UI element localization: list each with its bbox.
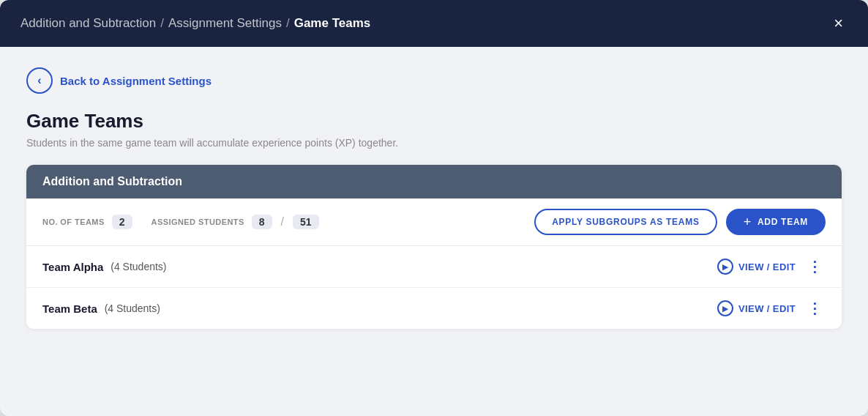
add-team-label: ADD TEAM [757, 217, 808, 227]
back-link[interactable]: ‹ Back to Assignment Settings [26, 67, 842, 94]
no-of-teams-value: 2 [112, 215, 132, 229]
assignment-card-header: Addition and Subtraction [26, 165, 842, 198]
team-actions-0: ▶ VIEW / EDIT ⋮ [717, 258, 826, 275]
close-button[interactable]: × [829, 14, 848, 33]
teams-list: Team Alpha (4 Students) ▶ VIEW / EDIT ⋮ … [26, 246, 842, 329]
teams-controls: NO. OF TEAMS 2 ASSIGNED STUDENTS 8 / 51 … [26, 198, 842, 246]
page-description: Students in the same game team will accu… [26, 137, 842, 149]
breadcrumb: Addition and Subtraction / Assignment Se… [20, 16, 370, 31]
back-label: Back to Assignment Settings [60, 75, 212, 87]
page-title: Game Teams [26, 110, 842, 133]
more-menu-button-0[interactable]: ⋮ [804, 258, 826, 275]
breadcrumb-sep1: / [160, 16, 164, 31]
view-edit-label-1: VIEW / EDIT [738, 303, 796, 314]
breadcrumb-sep2: / [286, 16, 290, 31]
assigned-students-value: 8 [252, 215, 272, 229]
breadcrumb-part3: Game Teams [294, 16, 371, 31]
teams-meta: NO. OF TEAMS 2 ASSIGNED STUDENTS 8 / 51 [42, 215, 521, 229]
view-edit-label-0: VIEW / EDIT [738, 261, 796, 272]
team-name-1: Team Beta [42, 302, 97, 315]
students-divider: / [281, 215, 284, 229]
team-count-0: (4 Students) [108, 261, 166, 272]
controls-right: APPLY SUBGROUPS AS TEAMS + ADD TEAM [534, 209, 826, 235]
view-edit-button-0[interactable]: ▶ VIEW / EDIT [717, 259, 796, 275]
team-actions-1: ▶ VIEW / EDIT ⋮ [717, 300, 826, 317]
play-icon-1: ▶ [717, 300, 733, 316]
modal-header: Addition and Subtraction / Assignment Se… [0, 0, 868, 47]
breadcrumb-part2: Assignment Settings [168, 16, 282, 31]
team-name-0: Team Alpha [42, 261, 103, 273]
assignment-card: Addition and Subtraction NO. OF TEAMS 2 … [26, 165, 842, 329]
back-icon: ‹ [26, 67, 53, 94]
modal-container: Addition and Subtraction / Assignment Se… [0, 0, 868, 416]
team-count-1: (4 Students) [102, 302, 160, 314]
more-menu-button-1[interactable]: ⋮ [804, 300, 826, 317]
modal-body: ‹ Back to Assignment Settings Game Teams… [0, 47, 868, 416]
add-team-button[interactable]: + ADD TEAM [726, 209, 826, 235]
breadcrumb-part1: Addition and Subtraction [20, 16, 156, 31]
assignment-name: Addition and Subtraction [42, 175, 182, 187]
table-row: Team Beta (4 Students) ▶ VIEW / EDIT ⋮ [26, 288, 842, 329]
assigned-students-label: ASSIGNED STUDENTS [151, 218, 244, 226]
plus-icon: + [744, 215, 752, 229]
play-icon-0: ▶ [717, 259, 733, 275]
table-row: Team Alpha (4 Students) ▶ VIEW / EDIT ⋮ [26, 246, 842, 288]
no-of-teams-label: NO. OF TEAMS [42, 218, 105, 226]
view-edit-button-1[interactable]: ▶ VIEW / EDIT [717, 300, 796, 316]
assigned-students-total: 51 [293, 215, 319, 229]
apply-subgroups-button[interactable]: APPLY SUBGROUPS AS TEAMS [534, 209, 717, 235]
